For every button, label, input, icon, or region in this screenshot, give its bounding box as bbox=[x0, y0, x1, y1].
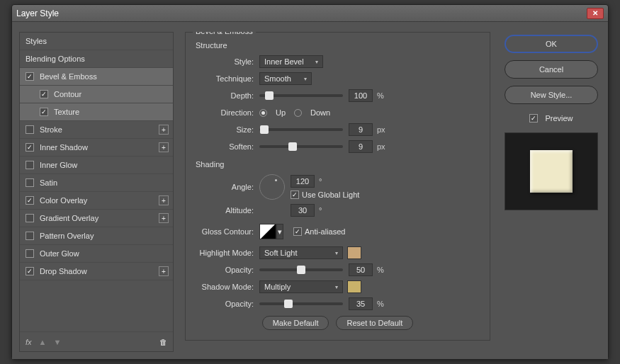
sidebar-item-satin[interactable]: Satin bbox=[20, 174, 173, 192]
sidebar-item-contour[interactable]: Contour bbox=[20, 86, 173, 103]
sidebar-item-inner-glow[interactable]: Inner Glow bbox=[20, 157, 173, 174]
new-style-button[interactable]: New Style... bbox=[505, 86, 598, 104]
preview-label: Preview bbox=[545, 114, 573, 123]
preview-swatch bbox=[530, 150, 573, 193]
sidebar-item-outer-glow[interactable]: Outer Glow bbox=[20, 245, 173, 263]
checkbox-gradient-overlay[interactable] bbox=[26, 214, 34, 222]
fx-icon[interactable]: fx bbox=[26, 338, 32, 346]
checkbox-stroke[interactable] bbox=[26, 125, 34, 134]
sidebar-footer: fx ▲ ▼ 🗑 bbox=[20, 331, 173, 351]
checkbox-pattern-overlay[interactable] bbox=[26, 232, 34, 240]
arrow-up-icon[interactable]: ▲ bbox=[39, 338, 47, 346]
highlight-opacity-slider[interactable] bbox=[259, 268, 343, 271]
checkbox-contour[interactable] bbox=[40, 90, 48, 98]
sidebar-header-styles[interactable]: Styles bbox=[20, 33, 173, 50]
dialog-body: Styles Blending Options Bevel & Emboss C… bbox=[12, 22, 608, 359]
direction-label: Direction: bbox=[193, 108, 259, 117]
global-light-checkbox[interactable] bbox=[291, 190, 299, 199]
direction-down-radio[interactable] bbox=[294, 109, 302, 117]
soften-label: Soften: bbox=[193, 142, 259, 151]
shadow-opacity-label: Opacity: bbox=[193, 300, 259, 308]
checkbox-outer-glow[interactable] bbox=[26, 249, 34, 258]
highlight-mode-select[interactable]: Soft Light▾ bbox=[259, 246, 343, 259]
sidebar-header-blending[interactable]: Blending Options bbox=[20, 50, 173, 68]
right-panel: OK Cancel New Style... Preview bbox=[502, 32, 601, 352]
direction-up-radio[interactable] bbox=[259, 109, 267, 117]
sidebar-item-bevel-emboss[interactable]: Bevel & Emboss bbox=[20, 68, 173, 86]
gloss-contour-swatch[interactable] bbox=[259, 224, 276, 239]
checkbox-bevel[interactable] bbox=[26, 72, 34, 81]
style-label: Style: bbox=[193, 57, 259, 66]
plus-icon[interactable]: + bbox=[159, 125, 169, 135]
trash-icon[interactable]: 🗑 bbox=[159, 338, 167, 346]
layer-style-dialog: Layer Style ✕ Styles Blending Options Be… bbox=[11, 4, 609, 360]
arrow-down-icon[interactable]: ▼ bbox=[53, 338, 61, 346]
highlight-mode-label: Highlight Mode: bbox=[193, 249, 259, 257]
highlight-opacity-field[interactable]: 50 bbox=[349, 263, 373, 276]
highlight-opacity-label: Opacity: bbox=[193, 266, 259, 274]
window-title: Layer Style bbox=[16, 8, 587, 18]
preview-box bbox=[505, 132, 598, 210]
depth-field[interactable]: 100 bbox=[349, 89, 373, 102]
close-button[interactable]: ✕ bbox=[587, 8, 604, 19]
plus-icon[interactable]: + bbox=[159, 213, 169, 223]
gloss-label: Gloss Contour: bbox=[193, 227, 259, 236]
size-field[interactable]: 9 bbox=[349, 123, 373, 136]
sidebar-item-color-overlay[interactable]: Color Overlay+ bbox=[20, 192, 173, 210]
make-default-button[interactable]: Make Default bbox=[262, 316, 329, 330]
altitude-label: Altitude: bbox=[193, 206, 259, 215]
chevron-down-icon: ▾ bbox=[335, 250, 338, 256]
soften-slider[interactable] bbox=[259, 145, 343, 148]
checkbox-inner-glow[interactable] bbox=[26, 161, 34, 169]
preview-checkbox[interactable] bbox=[529, 114, 538, 123]
sidebar-item-texture[interactable]: Texture bbox=[20, 103, 173, 121]
shadow-mode-select[interactable]: Multiply▾ bbox=[259, 280, 343, 293]
shading-subhead: Shading bbox=[196, 160, 483, 169]
shadow-mode-label: Shadow Mode: bbox=[193, 283, 259, 291]
titlebar[interactable]: Layer Style ✕ bbox=[12, 5, 608, 22]
bevel-group: Bevel & Emboss Structure Style: Inner Be… bbox=[185, 32, 490, 341]
altitude-field[interactable]: 30 bbox=[291, 204, 315, 217]
size-label: Size: bbox=[193, 125, 259, 134]
chevron-down-icon: ▾ bbox=[304, 76, 307, 82]
angle-dial[interactable] bbox=[259, 174, 285, 200]
checkbox-drop-shadow[interactable] bbox=[26, 267, 34, 275]
antialiased-checkbox[interactable] bbox=[293, 227, 302, 236]
plus-icon[interactable]: + bbox=[159, 195, 169, 205]
shadow-opacity-field[interactable]: 35 bbox=[349, 297, 373, 310]
soften-field[interactable]: 9 bbox=[349, 140, 373, 153]
depth-slider[interactable] bbox=[259, 94, 343, 97]
styles-sidebar: Styles Blending Options Bevel & Emboss C… bbox=[19, 32, 174, 352]
depth-label: Depth: bbox=[193, 91, 259, 100]
chevron-down-icon: ▾ bbox=[335, 284, 338, 290]
sidebar-item-inner-shadow[interactable]: Inner Shadow+ bbox=[20, 139, 173, 157]
plus-icon[interactable]: + bbox=[159, 142, 169, 152]
sidebar-item-gradient-overlay[interactable]: Gradient Overlay+ bbox=[20, 210, 173, 227]
technique-label: Technique: bbox=[193, 74, 259, 83]
style-select[interactable]: Inner Bevel▾ bbox=[259, 55, 323, 68]
chevron-down-icon[interactable]: ▾ bbox=[276, 224, 283, 239]
size-slider[interactable] bbox=[259, 128, 343, 131]
sidebar-item-stroke[interactable]: Stroke+ bbox=[20, 121, 173, 139]
technique-select[interactable]: Smooth▾ bbox=[259, 72, 312, 85]
checkbox-satin[interactable] bbox=[26, 178, 34, 187]
chevron-down-icon: ▾ bbox=[315, 59, 318, 65]
highlight-color-swatch[interactable] bbox=[347, 246, 361, 259]
sidebar-item-drop-shadow[interactable]: Drop Shadow+ bbox=[20, 263, 173, 280]
checkbox-inner-shadow[interactable] bbox=[26, 143, 34, 152]
settings-panel: Bevel & Emboss Structure Style: Inner Be… bbox=[181, 32, 495, 352]
angle-label: Angle: bbox=[193, 183, 259, 191]
checkbox-texture[interactable] bbox=[40, 108, 48, 116]
ok-button[interactable]: OK bbox=[505, 35, 598, 53]
sidebar-item-pattern-overlay[interactable]: Pattern Overlay bbox=[20, 227, 173, 245]
checkbox-color-overlay[interactable] bbox=[26, 196, 34, 205]
angle-field[interactable]: 120 bbox=[291, 175, 315, 188]
cancel-button[interactable]: Cancel bbox=[505, 60, 598, 79]
group-title: Bevel & Emboss bbox=[193, 32, 256, 35]
shadow-opacity-slider[interactable] bbox=[259, 302, 343, 305]
reset-default-button[interactable]: Reset to Default bbox=[336, 316, 413, 330]
plus-icon[interactable]: + bbox=[159, 266, 169, 276]
structure-subhead: Structure bbox=[196, 41, 483, 50]
shadow-color-swatch[interactable] bbox=[347, 280, 361, 293]
